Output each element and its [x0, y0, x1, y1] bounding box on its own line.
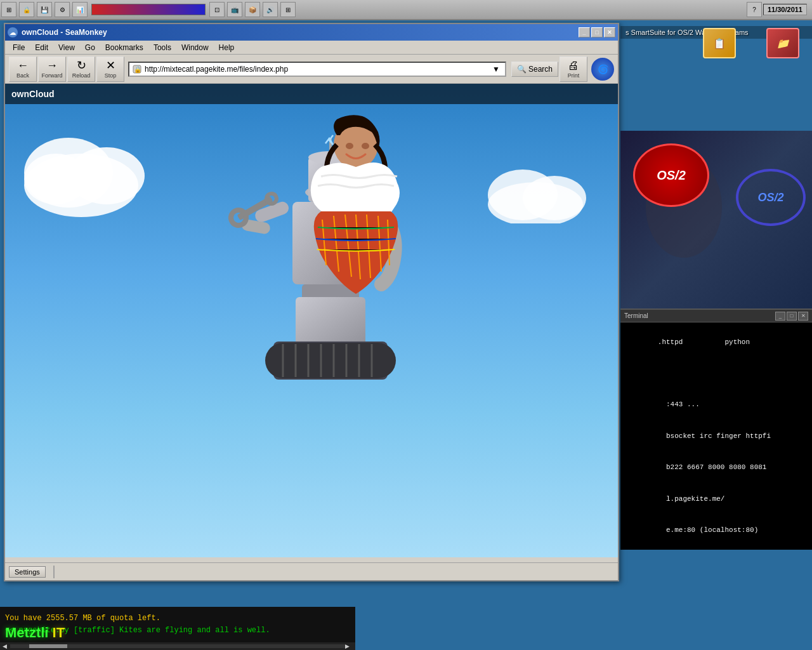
stop-button[interactable]: ✕ Stop — [96, 56, 124, 82]
term-status-1: :443 ... — [624, 389, 808, 421]
latus-icon-box: 📋 — [703, 28, 736, 58]
minimize-button[interactable]: _ — [579, 27, 590, 37]
terminal-window-buttons: _ □ ✕ — [775, 312, 808, 321]
back-icon: ← — [17, 60, 29, 71]
performance-graph — [91, 4, 206, 15]
terminal-title: Terminal — [624, 312, 775, 319]
back-label: Back — [16, 72, 29, 79]
forward-label: Forward — [41, 72, 62, 79]
terminal-minimize[interactable]: _ — [775, 312, 785, 321]
print-icon: 🖨 — [568, 60, 579, 71]
scroll-right-arrow[interactable]: ▶ — [345, 643, 353, 649]
search-label: Search — [528, 65, 553, 74]
taskbar-icon-6[interactable]: ⊡ — [209, 2, 225, 17]
taskbar-top: ⊞ 🔒 💾 ⚙ 📊 ⊡ 📺 📦 🔊 ⊞ ? 11/30/2011 — [0, 0, 812, 20]
term-status-3: b222 6667 8000 8080 8081 — [624, 452, 808, 484]
reload-label: Reload — [72, 72, 91, 79]
search-icon: 🔍 — [517, 65, 527, 74]
terminal-maximize[interactable]: □ — [787, 312, 797, 321]
taskbar-icon-5[interactable]: 📊 — [72, 2, 88, 17]
print-button[interactable]: 🖨 Print — [560, 56, 587, 82]
menu-tools[interactable]: Tools — [148, 42, 176, 53]
browser-title: ownCloud - SeaMonkey — [22, 28, 579, 37]
robot-scene — [121, 84, 502, 557]
taskbar-icon-2[interactable]: 🔒 — [19, 2, 34, 17]
forward-icon: → — [46, 60, 58, 71]
os2-area: OS/2 OS/2 — [620, 131, 812, 308]
menu-go[interactable]: Go — [80, 42, 100, 53]
term-status-5: e.me:80 (localhost:80) — [624, 515, 808, 547]
owncloud-logo: ownCloud — [11, 89, 55, 99]
terminal-content: .httpd python .httpd .ksh [LTR :443 ... — [620, 322, 812, 550]
taskbar-icon-9[interactable]: 🔊 — [263, 2, 278, 17]
address-bar-container: 🔒 ▼ — [128, 62, 506, 77]
owncloud-header: ownCloud — [5, 84, 618, 104]
scroll-left-arrow[interactable]: ◀ — [3, 643, 10, 649]
taskbar-icon-7[interactable]: 📺 — [227, 2, 242, 17]
taskbar-icon-8[interactable]: 📦 — [245, 2, 260, 17]
os2-logo-blue: OS/2 — [736, 169, 806, 226]
scroll-track[interactable] — [10, 644, 345, 648]
svg-point-42 — [362, 143, 369, 149]
warp-icon-box: 📁 — [766, 28, 799, 58]
stop-label: Stop — [105, 72, 117, 79]
taskbar-left: ⊞ 🔒 💾 ⚙ 📊 ⊡ 📺 📦 🔊 ⊞ — [0, 2, 745, 17]
svg-rect-31 — [283, 343, 378, 378]
terminal-spacer-1 — [624, 358, 808, 377]
stop-icon: ✕ — [106, 60, 115, 71]
terminal-line-1: .httpd python — [624, 326, 808, 358]
back-button[interactable]: ← Back — [9, 56, 37, 82]
menu-bar: File Edit View Go Bookmarks Tools Window… — [5, 41, 618, 55]
latus-desktop-icon[interactable]: 📋 — [703, 28, 736, 58]
menu-edit[interactable]: Edit — [30, 42, 53, 53]
forward-button[interactable]: → Forward — [38, 56, 66, 82]
terminal-bottom-status: :443 ... bsocket irc finger httpfi b222 … — [620, 385, 812, 550]
svg-point-8 — [523, 176, 586, 220]
settings-button[interactable]: Settings — [9, 566, 46, 578]
desktop-right: s SmartSuite for OS/2 Warp • Programs 📋 … — [620, 23, 812, 650]
browser-window: ☁ ownCloud - SeaMonkey _ □ ✕ File Edit V… — [4, 23, 619, 581]
menu-file[interactable]: File — [8, 42, 30, 53]
metztli-logo: Metztli IT — [5, 625, 65, 641]
terminal-titlebar: Terminal _ □ ✕ — [620, 310, 812, 322]
terminal-close[interactable]: ✕ — [798, 312, 808, 321]
terminal-window: Terminal _ □ ✕ .httpd python .httpd .ksh — [620, 308, 812, 550]
svg-point-5 — [24, 154, 88, 204]
taskbar-icon-1[interactable]: ⊞ — [1, 2, 16, 17]
taskbar-icon-4[interactable]: ⚙ — [55, 2, 70, 17]
menu-help[interactable]: Help — [214, 42, 240, 53]
svg-point-41 — [346, 143, 353, 149]
maximize-button[interactable]: □ — [591, 27, 603, 37]
menu-bookmarks[interactable]: Bookmarks — [100, 42, 148, 53]
search-button[interactable]: 🔍 Search — [511, 62, 558, 77]
taskbar-right: ? 11/30/2011 — [745, 2, 812, 17]
svg-rect-27 — [296, 297, 365, 348]
window-controls: _ □ ✕ — [579, 27, 615, 37]
taskbar-icon-3[interactable]: 💾 — [37, 2, 52, 17]
print-label: Print — [568, 72, 580, 79]
close-button[interactable]: ✕ — [604, 27, 615, 37]
warp-desktop-icon[interactable]: 📁 — [766, 28, 799, 58]
svg-text:🔒: 🔒 — [134, 65, 142, 74]
pagekite-quota-line: You have 2555.57 MB of quota left. — [5, 613, 350, 625]
browser-app-icon: ☁ — [8, 27, 18, 37]
scroll-thumb[interactable] — [29, 644, 67, 648]
reload-button[interactable]: ↻ Reload — [67, 56, 95, 82]
status-divider — [53, 566, 55, 578]
clock: 11/30/2011 — [763, 4, 807, 15]
url-input[interactable] — [145, 65, 492, 74]
status-bar: Settings — [5, 562, 618, 580]
pagekite-scrollbar-area[interactable]: ◀ ▶ — [0, 642, 355, 650]
nav-toolbar: ← Back → Forward ↻ Reload ✕ Stop 🔒 ▼ — [5, 55, 618, 84]
menu-view[interactable]: View — [53, 42, 80, 53]
taskbar-help-icon[interactable]: ? — [747, 2, 762, 17]
address-bar[interactable]: 🔒 ▼ — [128, 62, 506, 77]
seamonkey-logo: 🌀 — [591, 58, 614, 81]
lock-icon: 🔒 — [132, 64, 142, 74]
menu-window[interactable]: Window — [176, 42, 214, 53]
reload-icon: ↻ — [77, 60, 86, 71]
taskbar-icon-10[interactable]: ⊞ — [280, 2, 296, 17]
browser-content: ownCloud — [5, 84, 618, 557]
os2-logo-red: OS/2 — [633, 143, 709, 207]
term-status-4: l.pagekite.me/ — [624, 483, 808, 515]
